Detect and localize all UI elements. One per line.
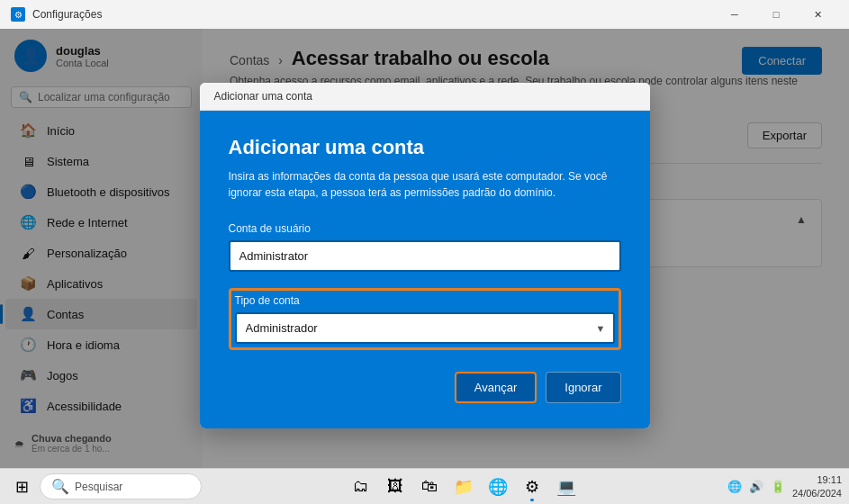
edge-icon: 🌐 [488,477,508,497]
store-icon: 🛍 [421,477,438,496]
close-button[interactable]: ✕ [797,0,838,29]
taskbar-date-value: 24/06/2024 [792,487,842,500]
explorer-icon: 🗂 [353,477,369,496]
battery-icon[interactable]: 🔋 [769,478,787,495]
title-bar: ⚙ Configurações ─ □ ✕ [0,0,849,29]
taskbar-app-edge[interactable]: 🌐 [482,471,514,503]
select-wrapper: Administrador Usuário Padrão ▼ [235,312,615,344]
taskbar-search[interactable]: 🔍 Pesquisar [40,473,202,500]
modal-actions: Avançar Ignorar [229,372,621,403]
user-account-label: Conta de usuário [229,222,621,235]
settings-icon: ⚙ [525,477,539,497]
modal-description: Insira as informações da conta da pessoa… [229,168,621,201]
account-type-wrapper: Tipo de conta Administrador Usuário Padr… [229,288,621,350]
taskbar-clock[interactable]: 19:11 24/06/2024 [792,473,842,500]
network-icon[interactable]: 🌐 [726,478,744,495]
modal-wrapper: Adicionar uma conta Adicionar uma conta … [200,83,650,428]
taskbar-right: 🌐 🔊 🔋 19:11 24/06/2024 [726,473,842,500]
minimize-button[interactable]: ─ [714,0,755,29]
taskbar-time-value: 19:11 [792,473,842,486]
files-icon: 📁 [454,477,474,497]
modal-body: Adicionar uma conta Insira as informaçõe… [200,111,650,428]
account-type-select[interactable]: Administrador Usuário Padrão [235,312,615,344]
advance-button[interactable]: Avançar [455,372,537,403]
taskbar-app-settings[interactable]: ⚙ [516,471,548,503]
taskbar-app-files[interactable]: 📁 [447,471,480,503]
taskbar-app-explorer[interactable]: 🗂 [345,471,377,503]
app-icon: ⚙ [11,7,25,22]
user-account-input[interactable] [229,240,621,272]
ignore-button[interactable]: Ignorar [546,372,620,403]
taskbar: ⊞ 🔍 Pesquisar 🗂🖼🛍📁🌐⚙💻 🌐 🔊 🔋 19:11 24/06/… [0,468,849,504]
volume-icon[interactable]: 🔊 [747,478,765,495]
photos-icon: 🖼 [387,477,403,496]
modal-overlay: Adicionar uma conta Adicionar uma conta … [0,29,849,468]
taskbar-apps: 🗂🖼🛍📁🌐⚙💻 [205,471,722,503]
title-bar-title: Configurações [32,8,102,21]
window-controls: ─ □ ✕ [714,0,838,29]
maximize-button[interactable]: □ [755,0,797,29]
start-button[interactable]: ⊞ [7,472,36,501]
taskbar-app-terminal[interactable]: 💻 [550,471,583,503]
taskbar-search-icon: 🔍 [51,478,69,495]
taskbar-tray: 🌐 🔊 🔋 [726,478,787,495]
taskbar-app-photos[interactable]: 🖼 [379,471,411,503]
terminal-icon: 💻 [556,477,576,497]
modal-title: Adicionar uma conta [229,136,621,159]
account-type-label: Tipo de conta [235,294,615,307]
modal-titlebar: Adicionar uma conta [200,83,650,111]
taskbar-app-store[interactable]: 🛍 [413,471,446,503]
taskbar-search-label: Pesquisar [75,481,122,493]
